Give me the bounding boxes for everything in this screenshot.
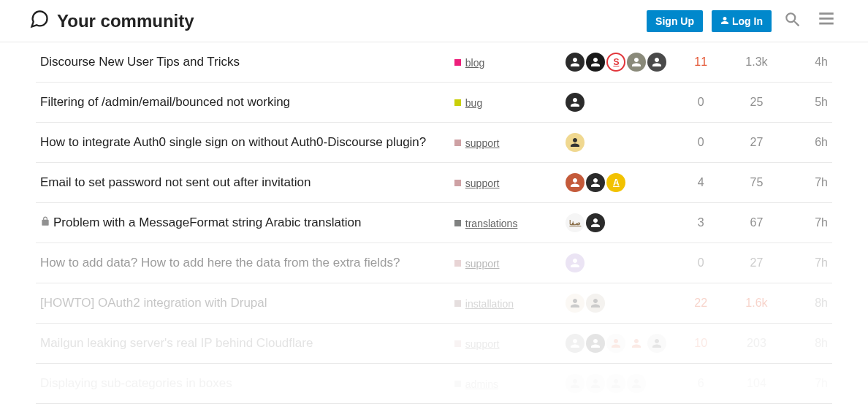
category-color-icon (454, 220, 461, 226)
topic-title-link[interactable]: Email to set password not sent out after… (40, 175, 311, 189)
user-avatar[interactable]: A (606, 173, 625, 192)
topic-activity[interactable]: 7h (785, 364, 832, 404)
user-avatar[interactable] (586, 374, 605, 393)
user-avatar[interactable] (586, 294, 605, 313)
user-avatar[interactable]: S (606, 53, 625, 72)
posters-list: A (566, 173, 669, 192)
posters-list (566, 253, 669, 272)
user-avatar[interactable] (606, 374, 625, 393)
topic-row: [HOWTO] OAuth2 integration with Drupalin… (36, 283, 832, 324)
user-avatar[interactable] (647, 334, 666, 353)
user-avatar[interactable] (566, 334, 585, 353)
topic-replies[interactable]: 0 (673, 123, 728, 163)
topic-title-link[interactable]: Discourse New User Tips and Tricks (40, 55, 240, 69)
topic-replies[interactable]: 0 (673, 83, 728, 123)
category-badge[interactable]: bug (454, 97, 482, 109)
signup-button[interactable]: Sign Up (647, 10, 703, 32)
category-badge[interactable]: blog (454, 57, 484, 69)
topic-category-cell: bug (450, 83, 562, 123)
topic-title-cell: [HOWTO] OAuth2 integration with Drupal (36, 283, 450, 324)
topic-posters-cell: A (561, 163, 673, 203)
topic-title-link[interactable]: Mailgun leaking server's real IP behind … (40, 336, 313, 350)
topic-activity[interactable]: 7h (785, 243, 832, 283)
topic-title-link[interactable]: [HOWTO] OAuth2 integration with Drupal (40, 296, 267, 310)
topic-row: Mailgun leaking server's real IP behind … (36, 324, 832, 364)
topic-activity[interactable]: 8h (785, 324, 832, 364)
category-label: installation (465, 298, 514, 310)
category-badge[interactable]: support (454, 338, 500, 350)
topic-replies[interactable]: 11 (673, 42, 728, 83)
topic-title-link[interactable]: How to add data? How to add here the dat… (40, 256, 400, 270)
avatar-placeholder-icon (568, 56, 582, 69)
login-button[interactable]: Log In (712, 10, 772, 32)
user-avatar[interactable] (647, 53, 666, 72)
topic-title-link[interactable]: Filtering of /admin/email/bounced not wo… (40, 95, 290, 109)
user-avatar[interactable]: صفا (566, 213, 585, 232)
topic-row: Displaying sub-categories in boxesadmins… (36, 364, 832, 404)
posters-list: S (566, 53, 669, 72)
category-badge[interactable]: support (454, 177, 500, 189)
topic-activity[interactable]: 5h (785, 83, 832, 123)
header: Your community Sign Up Log In (0, 0, 868, 42)
user-avatar[interactable] (566, 133, 585, 152)
avatar-placeholder-icon (630, 56, 643, 69)
topic-replies[interactable]: 10 (673, 324, 728, 364)
topic-row: Filtering of /admin/email/bounced not wo… (36, 83, 832, 123)
topic-activity[interactable]: 8h (785, 283, 832, 324)
user-avatar[interactable] (566, 253, 585, 272)
topic-title-link[interactable]: Problem with a MessageFormat string Arab… (53, 215, 361, 229)
topic-category-cell: blog (450, 42, 562, 83)
topic-activity[interactable]: 7h (785, 163, 832, 203)
topic-replies[interactable]: 22 (673, 283, 728, 324)
avatar-placeholder-icon (589, 216, 602, 229)
user-avatar[interactable] (566, 294, 585, 313)
category-badge[interactable]: admins (454, 378, 498, 390)
avatar-placeholder-icon (589, 377, 602, 390)
topic-title-link[interactable]: Displaying sub-categories in boxes (40, 376, 232, 390)
topic-activity[interactable]: 4h (785, 42, 832, 83)
menu-button[interactable] (814, 7, 839, 34)
avatar-placeholder-icon (609, 377, 623, 390)
topic-row: Discourse New User Tips and TricksblogS1… (36, 42, 832, 83)
user-avatar[interactable] (586, 173, 605, 192)
user-avatar[interactable] (627, 374, 646, 393)
category-badge[interactable]: support (454, 137, 500, 149)
category-badge[interactable]: support (454, 258, 500, 270)
search-button[interactable] (780, 7, 805, 34)
user-avatar[interactable] (586, 53, 605, 72)
user-avatar[interactable] (566, 173, 585, 192)
topic-title-link[interactable]: How to integrate Auth0 single sign on wi… (40, 135, 426, 149)
user-avatar[interactable] (586, 213, 605, 232)
topic-replies[interactable]: 4 (673, 163, 728, 203)
category-label: bug (465, 97, 482, 109)
topic-views: 1.3k (728, 42, 784, 83)
category-label: translations (465, 218, 518, 229)
topic-posters-cell: S (561, 42, 673, 83)
topic-replies[interactable]: 3 (673, 203, 728, 243)
user-avatar[interactable] (566, 374, 585, 393)
user-avatar[interactable] (566, 93, 585, 112)
avatar-placeholder-icon (568, 176, 582, 189)
topic-activity[interactable]: 6h (785, 123, 832, 163)
avatar-placeholder-icon (568, 377, 582, 390)
user-avatar[interactable] (606, 334, 625, 353)
user-avatar[interactable] (627, 334, 646, 353)
category-badge[interactable]: translations (454, 218, 518, 229)
posters-list (566, 93, 669, 112)
topic-replies[interactable]: 6 (673, 364, 728, 404)
topic-title-cell: Mailgun leaking server's real IP behind … (36, 324, 450, 364)
category-badge[interactable]: installation (454, 298, 514, 310)
brand[interactable]: Your community (29, 9, 194, 34)
user-avatar[interactable] (566, 53, 585, 72)
brand-title: Your community (57, 11, 194, 31)
topic-views: 27 (728, 123, 784, 163)
topic-title-cell: How to integrate Auth0 single sign on wi… (36, 123, 450, 163)
topic-replies[interactable]: 0 (673, 243, 728, 283)
posters-list: صفا (566, 213, 669, 232)
topic-activity[interactable]: 7h (785, 203, 832, 243)
category-color-icon (454, 99, 461, 106)
category-color-icon (454, 180, 461, 186)
category-color-icon (454, 140, 461, 146)
user-avatar[interactable] (586, 334, 605, 353)
user-avatar[interactable] (627, 53, 646, 72)
